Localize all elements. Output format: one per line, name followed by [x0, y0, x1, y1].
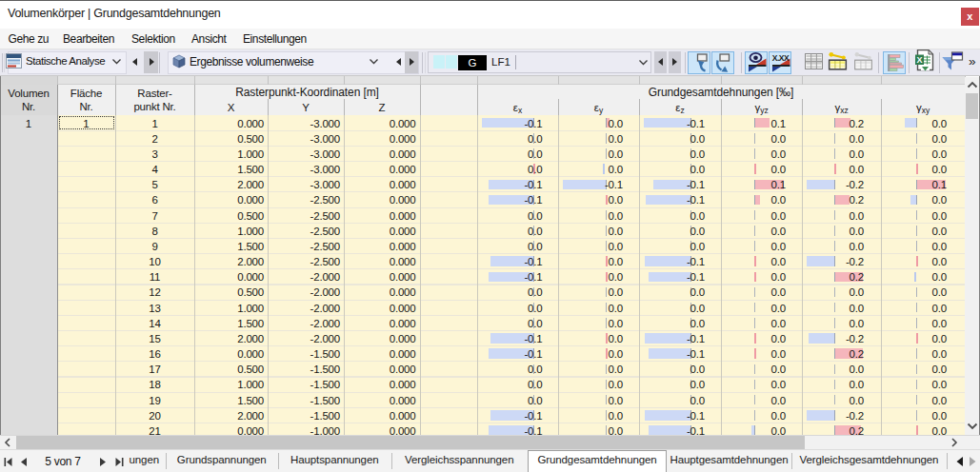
svg-text:X.XX: X.XX: [772, 53, 790, 63]
svg-text:X: X: [916, 55, 922, 65]
